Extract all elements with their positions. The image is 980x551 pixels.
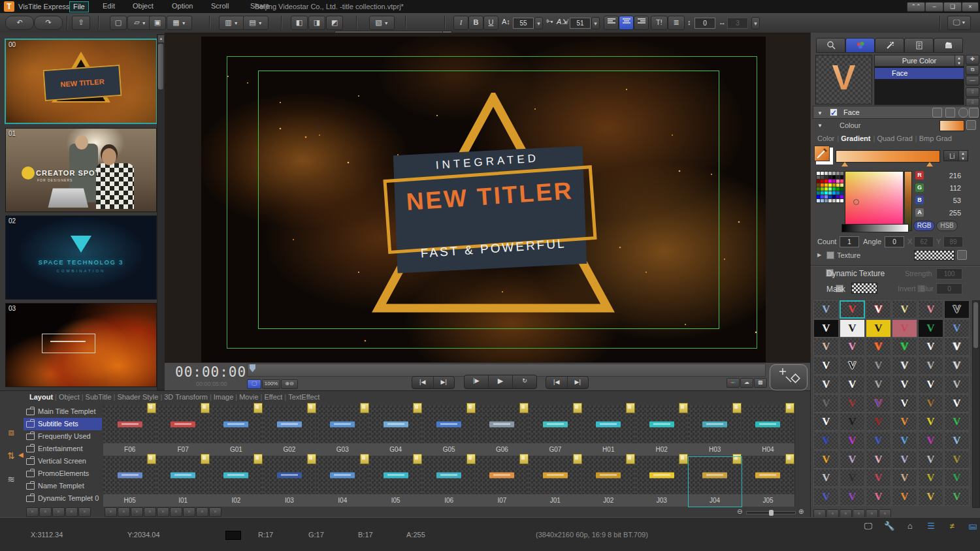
template-thumb-I04[interactable]: [316, 456, 370, 494]
style-type-spinner[interactable]: ▲▼: [955, 55, 963, 66]
font-size-field[interactable]: 55: [513, 18, 534, 29]
spacing-dropdown[interactable]: ▼: [751, 17, 760, 29]
face-enabled-checkbox[interactable]: [830, 108, 838, 116]
style-preset-22[interactable]: V: [892, 356, 917, 375]
align-left-button[interactable]: [604, 16, 619, 30]
lock-icon[interactable]: 🗝: [546, 17, 553, 25]
colour-tab-gradient[interactable]: Gradient: [841, 134, 870, 142]
template-label-I03[interactable]: I03: [263, 494, 316, 507]
library-edit-button[interactable]: ▫: [183, 507, 195, 517]
style-preset-61[interactable]: V: [813, 488, 839, 506]
style-preset-60[interactable]: V: [944, 469, 970, 487]
template-zoom-handle[interactable]: [769, 510, 774, 516]
menu-edit[interactable]: Edit: [99, 1, 118, 11]
style-preset-11[interactable]: V: [918, 319, 943, 338]
style-preset-24[interactable]: V: [944, 356, 970, 375]
angle-field[interactable]: 0: [885, 236, 904, 247]
category-entertainment[interactable]: Entertainment: [24, 443, 102, 455]
alpha-view-button[interactable]: ☁: [740, 378, 753, 388]
library-tab-image[interactable]: Image: [212, 393, 236, 401]
style-preset-14[interactable]: V: [840, 338, 865, 356]
style-preset-4[interactable]: V: [892, 300, 917, 319]
category-name-templet[interactable]: Name Templet: [24, 480, 102, 492]
panel-tab-wand[interactable]: [875, 38, 904, 53]
library-edit-button[interactable]: ▫: [144, 507, 156, 517]
char-size-dropdown[interactable]: ▼: [591, 17, 600, 29]
align-right-button[interactable]: [634, 16, 649, 30]
style-preset-57[interactable]: V: [866, 469, 891, 487]
library-tab-layout[interactable]: Layout: [27, 393, 55, 401]
template-thumb-J05[interactable]: [742, 456, 795, 494]
undo-button[interactable]: ↶: [5, 16, 34, 30]
minimize-button[interactable]: –: [925, 2, 943, 12]
sliders-icon[interactable]: ≠: [945, 520, 959, 532]
colour-more-button[interactable]: [966, 120, 976, 130]
line-layout-button[interactable]: ≣: [668, 16, 685, 30]
style-preset-35[interactable]: V: [918, 394, 943, 413]
copy-style-icon[interactable]: [932, 108, 942, 118]
colour-collapse-arrow[interactable]: ▼: [817, 123, 823, 129]
colour-tab-quad-grad[interactable]: Quad Grad: [877, 134, 912, 142]
style-preset-41[interactable]: V: [918, 413, 943, 431]
gradient-stop[interactable]: [926, 162, 933, 166]
move-up-button[interactable]: ⇧: [966, 87, 979, 97]
style-preset-21[interactable]: V: [866, 356, 891, 375]
layer-order-icon[interactable]: ⧈: [3, 424, 19, 441]
category-vertical-screen[interactable]: Vertical Screen: [24, 455, 102, 467]
colour-tab-bmp-grad[interactable]: Bmp Grad: [919, 134, 952, 142]
rgb-view-button[interactable]: •••: [727, 378, 740, 388]
transform-tool-toggle[interactable]: [770, 364, 808, 390]
mask-swatch[interactable]: [851, 283, 877, 294]
category-subtitle-sets[interactable]: Subtitle Sets: [24, 418, 102, 430]
template-thumb-I05[interactable]: [369, 456, 423, 494]
library-tool-button[interactable]: ▫: [39, 507, 52, 517]
menu-object[interactable]: Object: [129, 1, 157, 11]
style-preset-62[interactable]: V: [840, 488, 865, 506]
wrench-icon[interactable]: 🔧: [882, 520, 896, 532]
library-tab-subtitle[interactable]: SubTitle: [84, 393, 114, 401]
package-import-button[interactable]: ▥ ▼: [219, 16, 244, 30]
style-preset-23[interactable]: V: [918, 356, 943, 375]
style-preset-27[interactable]: V: [866, 375, 891, 394]
style-preset-26[interactable]: V: [840, 375, 865, 394]
underline-button[interactable]: U: [483, 16, 498, 30]
template-thumb-G01[interactable]: [210, 405, 263, 443]
template-label-I07[interactable]: I07: [476, 494, 529, 507]
clapper-import-button[interactable]: ◨: [308, 16, 325, 30]
color-field[interactable]: [845, 171, 904, 231]
category-main-title-templet[interactable]: Main Title Templet: [24, 405, 102, 418]
template-label-I02[interactable]: I02: [210, 494, 263, 507]
style-preset-33[interactable]: V: [866, 394, 891, 413]
bold-button[interactable]: B: [468, 16, 483, 30]
library-tool-button[interactable]: ▫: [52, 507, 65, 517]
style-preset-65[interactable]: V: [918, 488, 943, 506]
library-tab-movie[interactable]: Movie: [237, 393, 260, 401]
style-preset-3[interactable]: V: [866, 300, 891, 319]
style-preset-39[interactable]: V: [866, 413, 891, 431]
new-document-button[interactable]: ▢: [110, 16, 127, 30]
library-edit-button[interactable]: ▫: [209, 507, 221, 517]
style-preset-6[interactable]: V: [944, 300, 970, 319]
value-gradient-bar[interactable]: [841, 224, 909, 232]
template-thumb-F06[interactable]: [103, 405, 157, 443]
title-thumbnail-02[interactable]: 02SPACE TECHNOLOG 3COMBINATION: [5, 215, 157, 300]
template-thumb-G07[interactable]: [529, 405, 582, 443]
char-spacing-field[interactable]: 3: [727, 18, 748, 29]
hsb-mode-button[interactable]: HSB: [936, 221, 958, 231]
zoom-level-button[interactable]: 100%: [262, 379, 280, 389]
template-thumb-I02[interactable]: [210, 456, 263, 494]
style-preset-17[interactable]: V: [918, 338, 943, 356]
template-thumb-I07[interactable]: [476, 456, 529, 494]
library-tab-object[interactable]: Object: [57, 393, 82, 401]
style-preset-63[interactable]: V: [866, 488, 891, 506]
channel-value-r[interactable]: 216: [935, 172, 961, 180]
paste-style-icon[interactable]: [945, 108, 955, 118]
channel-value-b[interactable]: 53: [935, 197, 961, 204]
layers-stack-icon[interactable]: ≋: [3, 471, 19, 488]
style-preset-47[interactable]: V: [918, 432, 943, 450]
template-thumb-H05[interactable]: [103, 456, 157, 494]
template-thumb-G05[interactable]: [422, 405, 476, 443]
save-button[interactable]: ▣: [149, 16, 166, 30]
style-preset-49[interactable]: V: [813, 450, 839, 469]
text-direction-button[interactable]: T!: [651, 16, 668, 30]
